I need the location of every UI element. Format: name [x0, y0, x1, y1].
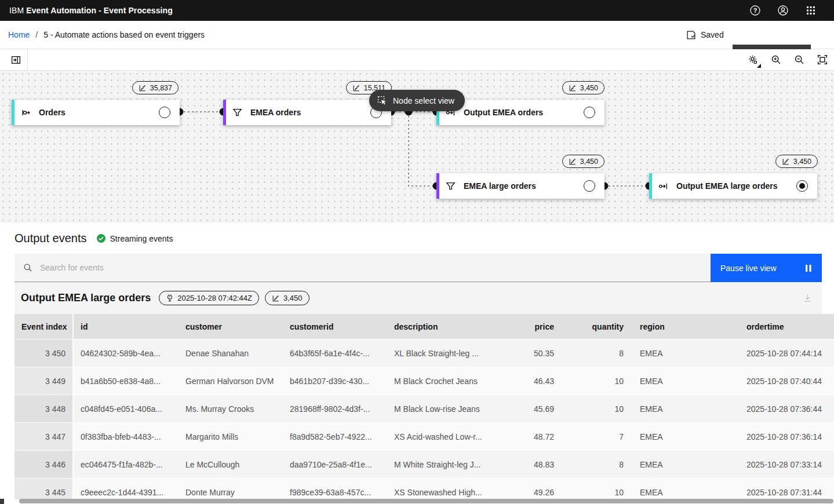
app-switcher-button[interactable] — [797, 0, 825, 21]
event-output-icon — [658, 181, 668, 191]
region-cell: EMEA — [624, 423, 740, 450]
event-index-cell: 3 450 — [14, 339, 74, 367]
customerid-cell: f8a9d582-5eb7-4922... — [283, 423, 387, 450]
svg-text:?: ? — [753, 7, 757, 14]
node-view-radio[interactable] — [584, 107, 595, 118]
pause-live-view-button[interactable]: Pause live view — [711, 254, 822, 282]
node-label: Orders — [39, 108, 65, 117]
palette-toggle-button[interactable] — [5, 49, 28, 70]
description-cell: XL Black Straight-leg ... — [387, 339, 498, 367]
app-switcher-icon — [805, 5, 817, 16]
checkmark-filled-icon — [96, 233, 106, 243]
customerid-cell: f989ce39-63a8-457c... — [283, 479, 387, 499]
event-search — [14, 254, 711, 282]
price-cell: 46.43 — [498, 367, 554, 395]
streaming-status: Streaming events — [96, 233, 173, 243]
step-chart-icon — [272, 294, 280, 302]
breadcrumb-home-link[interactable]: Home — [8, 30, 30, 39]
quantity-cell: 8 — [554, 339, 624, 367]
fit-to-screen-button[interactable] — [811, 49, 834, 70]
id-cell: ec046475-f1fa-482b-... — [74, 451, 179, 478]
pause-icon — [805, 264, 812, 272]
horizontal-scrollbar[interactable] — [19, 499, 833, 503]
table-row[interactable]: 3 445 c9eeec2c-1d44-4391... Donte Murray… — [14, 479, 834, 499]
flow-canvas[interactable]: 35,837 15,511 3,450 3,450 3,450 Orders — [0, 71, 834, 223]
region-cell: EMEA — [624, 367, 740, 395]
ordertime-cell: 2025-10-28 07:31:44 — [740, 479, 834, 499]
event-count-badge: 35,837 — [132, 81, 179, 94]
ordertime-cell: 2025-10-28 07:40:44 — [740, 367, 834, 395]
event-count-badge: 3,450 — [562, 81, 604, 94]
scrollbar-corner — [0, 499, 4, 504]
help-icon: ? — [749, 5, 761, 16]
node-view-radio[interactable] — [584, 180, 595, 192]
node-orders[interactable]: Orders — [12, 100, 180, 125]
node-view-radio[interactable] — [159, 107, 170, 118]
ordertime-cell: 2025-10-28 07:44:14 — [740, 339, 834, 367]
event-index-cell: 3 448 — [14, 395, 74, 422]
quantity-cell: 10 — [554, 395, 624, 422]
node-accent-bar — [223, 100, 226, 125]
app-title: IBM Event Automation - Event Processing — [9, 6, 173, 15]
table-row[interactable]: 3 448 c048fd45-e051-406a... Ms. Murray C… — [14, 395, 834, 423]
search-input[interactable] — [40, 254, 701, 282]
zoom-in-button[interactable] — [764, 49, 788, 70]
ordertime-cell: 2025-10-28 07:36:14 — [740, 423, 834, 450]
event-index-cell: 3 446 — [14, 451, 74, 478]
step-chart-icon — [352, 84, 360, 92]
description-cell: XS Stonewashed High... — [387, 479, 498, 499]
description-cell: M White Straight-leg J... — [387, 451, 498, 478]
node-select-view-tooltip: Node select view — [369, 90, 465, 111]
quantity-cell: 7 — [554, 423, 624, 450]
node-output-emea-large-orders[interactable]: Output EMEA large orders — [649, 173, 817, 199]
result-count-badge: 3,450 — [265, 291, 309, 305]
table-row[interactable]: 3 450 04624302-589b-4ea... Denae Shanaha… — [14, 339, 834, 367]
events-table: Event index id customer customerid descr… — [14, 314, 834, 499]
canvas-settings-button[interactable] — [741, 49, 764, 70]
customer-cell: German Halvorson DVM — [179, 367, 283, 395]
output-events-title: Output events — [14, 232, 87, 245]
event-index-cell: 3 449 — [14, 367, 74, 395]
user-profile-button[interactable] — [769, 0, 797, 21]
customer-cell: Le McCullough — [179, 451, 283, 478]
customer-cell: Ms. Murray Crooks — [179, 395, 283, 422]
event-processing-app: IBM Event Automation - Event Processing … — [0, 0, 834, 504]
node-label: Output EMEA orders — [464, 108, 543, 117]
result-title: Output EMEA large orders — [21, 292, 151, 304]
node-view-radio-selected[interactable] — [796, 180, 808, 192]
time-marker-icon — [166, 294, 174, 302]
table-row[interactable]: 3 447 0f383fba-bfeb-4483-... Margarito M… — [14, 423, 834, 451]
zoom-out-button[interactable] — [788, 49, 811, 70]
description-cell: XS Acid-washed Low-r... — [387, 423, 498, 450]
node-emea-large-orders[interactable]: EMEA large orders — [436, 173, 604, 199]
column-header: quantity — [554, 314, 624, 339]
help-button[interactable]: ? — [741, 0, 769, 21]
customerid-cell: 281968ff-9802-4d3f-... — [283, 395, 387, 422]
table-row[interactable]: 3 446 ec046475-f1fa-482b-... Le McCullou… — [14, 451, 834, 479]
customer-cell: Donte Murray — [179, 479, 283, 499]
settings-caret-icon — [757, 64, 761, 68]
price-cell: 50.35 — [498, 339, 554, 367]
price-cell: 49.26 — [498, 479, 554, 499]
user-avatar-icon — [777, 5, 789, 16]
column-header: price — [498, 314, 554, 339]
breadcrumb: Home / 5 - Automate actions based on eve… — [8, 21, 205, 49]
event-index-cell: 3 447 — [14, 423, 74, 450]
id-cell: 0f383fba-bfeb-4483-... — [74, 423, 179, 450]
event-count-badge: 3,450 — [562, 155, 604, 168]
panel-toggle-icon — [11, 55, 21, 65]
customerid-cell: daa9710e-25a8-4f1e... — [283, 451, 387, 478]
table-header-row: Event index id customer customerid descr… — [14, 314, 834, 339]
node-emea-orders[interactable]: EMEA orders — [223, 100, 391, 125]
customerid-cell: b461b207-d39c-430... — [283, 367, 387, 395]
event-index-cell: 3 445 — [14, 479, 74, 499]
node-label: EMEA large orders — [464, 181, 536, 191]
node-label: Output EMEA large orders — [676, 181, 778, 191]
column-header: id — [74, 314, 179, 339]
column-header: Event index — [14, 314, 74, 339]
id-cell: c9eeec2c-1d44-4391... — [74, 479, 179, 499]
streaming-status-label: Streaming events — [110, 234, 173, 243]
download-button[interactable] — [803, 293, 813, 303]
filter-icon — [232, 108, 242, 118]
table-row[interactable]: 3 449 b41a6b50-e838-4a8... German Halvor… — [14, 367, 834, 395]
